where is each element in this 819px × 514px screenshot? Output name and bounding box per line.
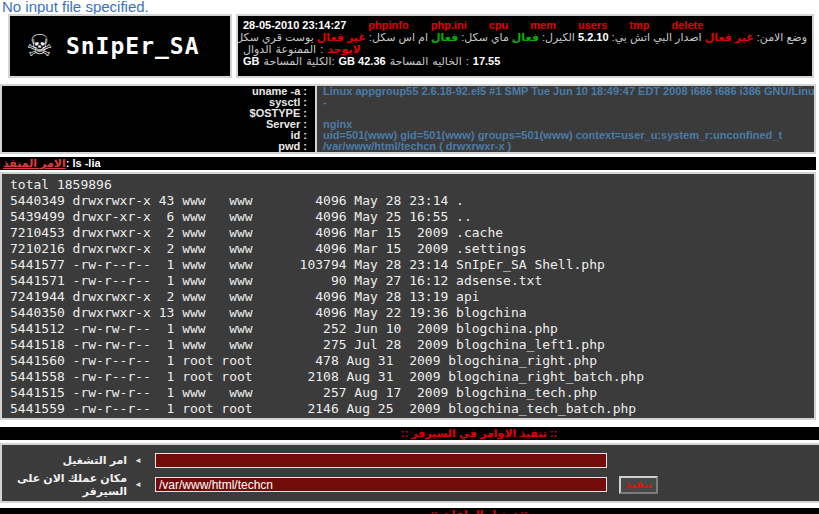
exec-command-form: امر التشغيل ◄ مكان عملك الان على السيرفر… [0,443,819,503]
header-link-cpu[interactable]: cpu [489,19,509,31]
disk-segment: : [466,55,469,67]
executed-command-bar: الامر المنفذ: ls -lia [0,157,816,170]
sysinfo-row: pwd :/var/www/html/techcn ( drwxrwxr-x ) [2,141,814,152]
working-directory-label-text: مكان عملك الان على السيرفر [2,472,127,498]
server-info-box: 28-05-2010 23:14:27phpinfophp.inicpumemu… [236,14,814,78]
functions-segment: الممنوعة [276,43,317,55]
sysinfo-value [315,108,814,119]
logo-box: ☠ SnIpEr_SA [8,14,232,78]
execute-button[interactable]: تنفيذ [619,476,658,494]
sysinfo-value: /var/www/html/techcn ( drwxrwxr-x ) [315,141,814,152]
executed-command-value: ls -lia [72,157,100,169]
working-directory-input[interactable] [155,477,607,492]
arrow-left-icon: ◄ [134,480,142,489]
working-directory-row: مكان عملك الان على السيرفر ◄ تنفيذ [2,476,819,493]
exec-section-title-bar: :: تنفيذ الاوامر في السيرفر :: [0,427,819,440]
functions-segment: الدوال [243,43,272,55]
disk-segment: الكلية: [306,55,334,67]
sysinfo-value: - [315,97,814,108]
run-command-label-text: امر التشغيل [62,454,127,467]
error-banner: No input file specified. [0,0,819,14]
disk-segment: المساحة [390,55,429,67]
sysinfo-row: sysctl :- [2,97,814,108]
skull-icon: ☠ [26,31,53,61]
status-segment: وضع الامن: [754,31,807,43]
sysinfo-row: uname -a :Linux appgroup55 2.6.18-92.el5… [2,86,814,97]
status-segment: فعال [512,31,539,43]
sysinfo-row: Server :nginx [2,119,814,130]
command-output-box: total 1859896 5440349 drwxrwxr-x 43 www … [0,172,816,420]
disk-segment: GB 42.36 [339,55,386,67]
disk-space-line: GBالمساحةالكلية:GB 42.36المساحةالخاليه:1… [243,55,807,67]
sysinfo-label: id : [2,130,315,141]
sysinfo-value: uid=501(www) gid=501(www) groups=501(www… [315,130,814,141]
command-input[interactable] [155,453,607,468]
sysinfo-label: pwd : [2,141,315,152]
functions-segment: لايوجد [327,43,361,55]
run-command-row: امر التشغيل ◄ [2,452,819,469]
header-link-delete[interactable]: delete [672,19,704,31]
status-segment: غير فعال [705,31,754,43]
shell-title: SnIpEr_SA [66,33,200,59]
disk-segment: الخاليه [432,55,461,67]
status-segment: ماي سكل: [458,31,512,43]
sysinfo-label: uname -a : [2,86,315,97]
sysinfo-value: nginx [315,119,814,130]
services-status-line: وضع الامن: غير فعال اصدار البي اتش بي: 5… [243,31,807,43]
status-segment: بوست قري سكل: [236,31,317,43]
status-segment: ام اس سكل: [366,31,431,43]
edit-files-title-bar: :: تعديل الملفات :: [0,508,819,514]
header-link-phpinfo[interactable]: phpinfo [368,19,408,31]
arrow-left-icon: ◄ [134,456,142,465]
datetime: 28-05-2010 23:14:27 [243,19,346,31]
disk-segment: 17.55 [473,55,501,67]
disabled-functions-line: الدوالالممنوعة:لايوجد [243,43,807,55]
status-segment: اصدار البي اتش بي: [609,31,705,43]
sysinfo-value: Linux appgroup55 2.6.18-92.el5 #1 SMP Tu… [315,86,814,97]
header-link-tmp[interactable]: tmp [629,19,649,31]
sysinfo-row: $OSTYPE : [2,108,814,119]
date-links-row: 28-05-2010 23:14:27phpinfophp.inicpumemu… [243,19,807,31]
disk-segment: GB [243,55,260,67]
header-link-users[interactable]: users [578,19,607,31]
executed-command-label: الامر المنفذ [3,157,66,169]
disk-segment: المساحة [264,55,303,67]
status-segment: فعال [431,31,458,43]
functions-segment: : [320,43,323,55]
ls-output: total 1859896 5440349 drwxrwxr-x 43 www … [2,174,814,417]
working-directory-label: مكان عملك الان على السيرفر ◄ [2,472,142,498]
header: ☠ SnIpEr_SA 28-05-2010 23:14:27phpinfoph… [8,14,819,78]
header-link-php.ini[interactable]: php.ini [431,19,467,31]
sysinfo-row: id :uid=501(www) gid=501(www) groups=501… [2,130,814,141]
status-segment: الكيرل: [539,31,578,43]
status-segment: 5.2.10 [578,31,609,43]
system-info-table: uname -a :Linux appgroup55 2.6.18-92.el5… [0,84,816,154]
header-link-mem[interactable]: mem [530,19,556,31]
sysinfo-label: Server : [2,119,315,130]
run-command-label: امر التشغيل ◄ [2,454,142,467]
status-segment: غير فعال [317,31,366,43]
